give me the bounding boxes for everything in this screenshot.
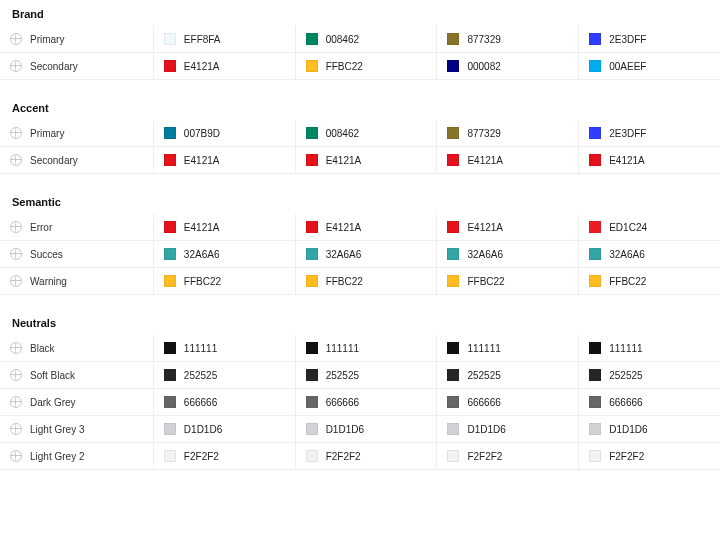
color-cell[interactable]: FFBC22 bbox=[296, 53, 438, 79]
color-cell[interactable]: 666666 bbox=[579, 389, 720, 415]
color-swatch bbox=[447, 221, 459, 233]
color-cell[interactable]: D1D1D6 bbox=[296, 416, 438, 442]
color-cell[interactable]: FFBC22 bbox=[154, 268, 296, 294]
color-cell[interactable]: E4121A bbox=[579, 147, 720, 173]
color-cell[interactable]: 666666 bbox=[437, 389, 579, 415]
color-swatch bbox=[306, 154, 318, 166]
color-cell[interactable]: 111111 bbox=[437, 335, 579, 361]
color-swatch bbox=[589, 60, 601, 72]
color-cell[interactable]: F2F2F2 bbox=[579, 443, 720, 469]
color-cell[interactable]: F2F2F2 bbox=[437, 443, 579, 469]
color-cell[interactable]: FFBC22 bbox=[579, 268, 720, 294]
hex-value: 252525 bbox=[184, 370, 217, 381]
color-cell[interactable]: 252525 bbox=[154, 362, 296, 388]
color-cell[interactable]: ED1C24 bbox=[579, 214, 720, 240]
row-label: Succes bbox=[30, 249, 63, 260]
color-swatch bbox=[306, 248, 318, 260]
hex-value: FFBC22 bbox=[467, 276, 504, 287]
hex-value: 111111 bbox=[609, 343, 642, 354]
color-swatch bbox=[447, 248, 459, 260]
color-swatch bbox=[306, 127, 318, 139]
row-label-cell: Dark Grey bbox=[0, 389, 154, 415]
row-label: Primary bbox=[30, 128, 64, 139]
color-swatch bbox=[306, 423, 318, 435]
hex-value: E4121A bbox=[184, 61, 220, 72]
color-cell[interactable]: 2E3DFF bbox=[579, 26, 720, 52]
color-cell[interactable]: E4121A bbox=[154, 147, 296, 173]
globe-icon bbox=[10, 221, 22, 233]
color-swatch bbox=[306, 60, 318, 72]
color-cell[interactable]: FFBC22 bbox=[296, 268, 438, 294]
color-cell[interactable]: D1D1D6 bbox=[579, 416, 720, 442]
hex-value: D1D1D6 bbox=[326, 424, 364, 435]
color-cell[interactable]: E4121A bbox=[154, 214, 296, 240]
hex-value: 32A6A6 bbox=[184, 249, 220, 260]
hex-value: 008462 bbox=[326, 128, 359, 139]
color-cell[interactable]: 000082 bbox=[437, 53, 579, 79]
hex-value: D1D1D6 bbox=[467, 424, 505, 435]
hex-value: E4121A bbox=[326, 155, 362, 166]
color-cell[interactable]: F2F2F2 bbox=[154, 443, 296, 469]
color-cell[interactable]: FFBC22 bbox=[437, 268, 579, 294]
color-cell[interactable]: 32A6A6 bbox=[437, 241, 579, 267]
color-swatch bbox=[447, 275, 459, 287]
color-cell[interactable]: 007B9D bbox=[154, 120, 296, 146]
color-swatch bbox=[164, 127, 176, 139]
color-swatch bbox=[589, 275, 601, 287]
color-row: Light Grey 2F2F2F2F2F2F2F2F2F2F2F2F2 bbox=[0, 443, 720, 470]
color-row: PrimaryEFF8FA0084628773292E3DFF bbox=[0, 26, 720, 53]
row-label-cell: Primary bbox=[0, 120, 154, 146]
globe-icon bbox=[10, 369, 22, 381]
color-cell[interactable]: 32A6A6 bbox=[154, 241, 296, 267]
color-cell[interactable]: 00AEEF bbox=[579, 53, 720, 79]
color-cell[interactable]: E4121A bbox=[437, 147, 579, 173]
color-cell[interactable]: 252525 bbox=[579, 362, 720, 388]
color-cell[interactable]: 008462 bbox=[296, 26, 438, 52]
row-label: Primary bbox=[30, 34, 64, 45]
row-label-cell: Secondary bbox=[0, 53, 154, 79]
color-cell[interactable]: F2F2F2 bbox=[296, 443, 438, 469]
color-swatch bbox=[306, 396, 318, 408]
color-cell[interactable]: 666666 bbox=[296, 389, 438, 415]
color-cell[interactable]: EFF8FA bbox=[154, 26, 296, 52]
color-cell[interactable]: D1D1D6 bbox=[154, 416, 296, 442]
hex-value: E4121A bbox=[184, 222, 220, 233]
globe-icon bbox=[10, 396, 22, 408]
color-cell[interactable]: E4121A bbox=[296, 147, 438, 173]
hex-value: 666666 bbox=[184, 397, 217, 408]
row-label-cell: Succes bbox=[0, 241, 154, 267]
color-cell[interactable]: 252525 bbox=[296, 362, 438, 388]
color-row: ErrorE4121AE4121AE4121AED1C24 bbox=[0, 214, 720, 241]
color-swatch bbox=[164, 221, 176, 233]
hex-value: D1D1D6 bbox=[184, 424, 222, 435]
color-cell[interactable]: E4121A bbox=[437, 214, 579, 240]
color-cell[interactable]: E4121A bbox=[296, 214, 438, 240]
color-cell[interactable]: 666666 bbox=[154, 389, 296, 415]
color-cell[interactable]: 111111 bbox=[579, 335, 720, 361]
color-cell[interactable]: 111111 bbox=[154, 335, 296, 361]
color-swatch bbox=[306, 275, 318, 287]
hex-value: 32A6A6 bbox=[326, 249, 362, 260]
section-title: Brand bbox=[0, 0, 720, 26]
hex-value: 32A6A6 bbox=[467, 249, 503, 260]
color-cell[interactable]: D1D1D6 bbox=[437, 416, 579, 442]
color-cell[interactable]: 877329 bbox=[437, 26, 579, 52]
color-cell[interactable]: 008462 bbox=[296, 120, 438, 146]
row-label-cell: Secondary bbox=[0, 147, 154, 173]
row-label-cell: Warning bbox=[0, 268, 154, 294]
hex-value: F2F2F2 bbox=[609, 451, 644, 462]
color-cell[interactable]: 111111 bbox=[296, 335, 438, 361]
hex-value: FFBC22 bbox=[184, 276, 221, 287]
color-row: Light Grey 3D1D1D6D1D1D6D1D1D6D1D1D6 bbox=[0, 416, 720, 443]
color-cell[interactable]: 877329 bbox=[437, 120, 579, 146]
color-cell[interactable]: 252525 bbox=[437, 362, 579, 388]
color-cell[interactable]: 2E3DFF bbox=[579, 120, 720, 146]
color-row: SecondaryE4121AE4121AE4121AE4121A bbox=[0, 147, 720, 174]
color-cell[interactable]: 32A6A6 bbox=[579, 241, 720, 267]
color-swatch bbox=[306, 33, 318, 45]
color-cell[interactable]: 32A6A6 bbox=[296, 241, 438, 267]
hex-value: 111111 bbox=[467, 343, 500, 354]
row-label: Error bbox=[30, 222, 52, 233]
color-swatch bbox=[447, 423, 459, 435]
color-cell[interactable]: E4121A bbox=[154, 53, 296, 79]
